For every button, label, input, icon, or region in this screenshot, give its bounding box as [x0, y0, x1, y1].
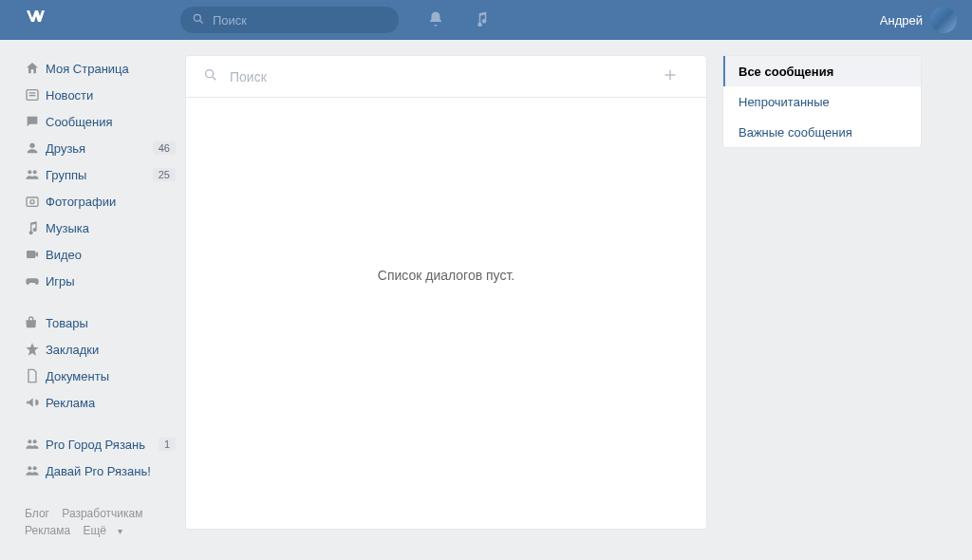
ads-icon [25, 395, 46, 410]
sidebar-item-label: Сообщения [46, 115, 176, 129]
chevron-down-icon: ▾ [118, 526, 122, 536]
sidebar-item-music[interactable]: Музыка [25, 215, 176, 241]
sidebar-item-label: Группы [46, 168, 153, 182]
sidebar-item-label: Закладки [46, 343, 176, 357]
groups-icon [25, 463, 46, 478]
filter-important[interactable]: Важные сообщения [723, 117, 921, 147]
sidebar-badge: 25 [153, 168, 176, 181]
friends-icon [25, 140, 46, 156]
sidebar-item-messages[interactable]: Сообщения [25, 108, 176, 135]
user-name: Андрей [880, 13, 923, 28]
news-icon [25, 87, 46, 103]
filter-panel: Все сообщения Непрочитанные Важные сообщ… [722, 55, 922, 148]
svg-point-15 [206, 70, 214, 78]
docs-icon [25, 368, 46, 383]
messages-search-bar [186, 56, 706, 98]
svg-rect-8 [27, 197, 38, 206]
sidebar-item-profile[interactable]: Моя Страница [25, 55, 176, 82]
notifications-icon[interactable] [427, 10, 444, 30]
sidebar: Моя Страница Новости Сообщения Друзья 46… [0, 55, 185, 540]
header-search[interactable] [180, 7, 399, 33]
svg-point-11 [28, 439, 31, 443]
music-icon[interactable] [473, 10, 490, 30]
svg-line-1 [200, 20, 203, 23]
sidebar-item-label: Музыка [46, 221, 176, 235]
sidebar-item-bookmarks[interactable]: Закладки [25, 336, 176, 363]
sidebar-item-label: Документы [46, 369, 176, 383]
messages-panel: Список диалогов пуст. [185, 55, 707, 530]
header-icons [427, 10, 490, 30]
footer-link-dev[interactable]: Разработчикам [62, 507, 142, 520]
sidebar-item-label: Моя Страница [46, 62, 176, 76]
sidebar-item-label: Игры [46, 274, 176, 289]
sidebar-badge: 1 [159, 438, 176, 451]
sidebar-item-games[interactable]: Игры [25, 268, 176, 294]
svg-point-7 [33, 170, 37, 174]
footer-link-blog[interactable]: Блог [25, 507, 49, 520]
header-user[interactable]: Андрей [880, 7, 957, 33]
sidebar-item-label: Видео [46, 248, 176, 262]
app-header: Андрей [0, 0, 972, 40]
sidebar-item-label: Новости [46, 88, 176, 103]
messages-search-input[interactable] [230, 69, 663, 84]
filter-label: Все сообщения [738, 65, 833, 79]
search-icon [192, 12, 213, 28]
sidebar-badge: 46 [153, 141, 176, 155]
sidebar-item-label: Давай Pro Рязань! [46, 464, 176, 478]
groups-icon [25, 437, 46, 452]
svg-point-5 [29, 143, 34, 148]
filter-all[interactable]: Все сообщения [723, 56, 921, 86]
sidebar-item-ads[interactable]: Реклама [25, 389, 176, 416]
sidebar-item-friends[interactable]: Друзья 46 [25, 135, 176, 161]
svg-rect-10 [27, 251, 35, 258]
sidebar-item-label: Фотографии [46, 195, 176, 209]
logo[interactable] [25, 6, 47, 34]
sidebar-item-label: Друзья [46, 141, 153, 156]
footer-link-more[interactable]: Ещё▾ [83, 524, 132, 537]
sidebar-item-label: Товары [46, 316, 176, 330]
sidebar-item-photos[interactable]: Фотографии [25, 188, 176, 215]
sidebar-item-market[interactable]: Товары [25, 309, 176, 336]
music-nav-icon [25, 220, 46, 235]
svg-line-16 [213, 77, 215, 80]
header-search-input[interactable] [213, 13, 383, 28]
sidebar-item-video[interactable]: Видео [25, 241, 176, 268]
sidebar-item-group-link-2[interactable]: Давай Pro Рязань! [25, 457, 176, 484]
svg-point-0 [194, 14, 200, 21]
new-message-button[interactable] [663, 67, 689, 85]
games-icon [25, 273, 46, 289]
footer-link-ads[interactable]: Реклама [25, 524, 70, 537]
sidebar-item-label: Реклама [46, 396, 176, 410]
svg-point-12 [33, 439, 37, 443]
filter-unread[interactable]: Непрочитанные [723, 86, 921, 117]
sidebar-item-label: Pro Город Рязань [46, 438, 159, 452]
sidebar-item-groups[interactable]: Группы 25 [25, 161, 176, 188]
sidebar-item-news[interactable]: Новости [25, 82, 176, 108]
footer-links: Блог Разработчикам Реклама Ещё▾ [25, 505, 176, 540]
empty-state-text: Список диалогов пуст. [378, 268, 514, 283]
filter-label: Непрочитанные [738, 95, 830, 109]
filter-label: Важные сообщения [738, 125, 852, 140]
sidebar-item-group-link-1[interactable]: Pro Город Рязань 1 [25, 431, 176, 457]
sidebar-item-docs[interactable]: Документы [25, 363, 176, 389]
empty-state: Список диалогов пуст. [186, 98, 706, 529]
svg-point-6 [28, 170, 31, 174]
messages-icon [25, 114, 46, 129]
market-icon [25, 315, 46, 330]
bookmarks-icon [25, 342, 46, 357]
home-icon [25, 61, 46, 76]
svg-point-14 [33, 466, 37, 470]
avatar [930, 7, 957, 33]
search-icon [203, 67, 230, 85]
video-icon [25, 247, 46, 262]
photos-icon [25, 194, 46, 209]
svg-point-9 [30, 200, 34, 204]
groups-icon [25, 167, 46, 182]
svg-point-13 [28, 466, 31, 470]
